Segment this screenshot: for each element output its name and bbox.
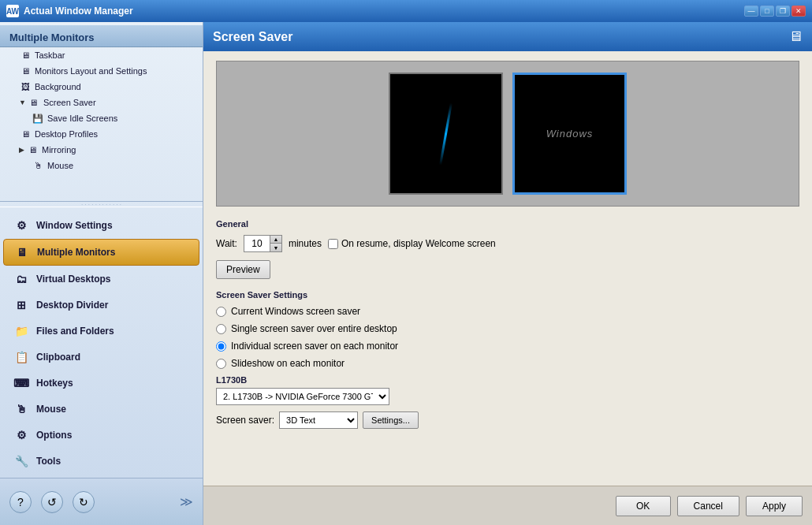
desktop-profiles-label: Desktop Profiles [35,129,98,139]
radio-individual-label: Individual screen saver on each monitor [231,341,398,352]
nav-clipboard[interactable]: 📋 Clipboard [3,344,199,370]
radio-slideshow-label: Slideshow on each monitor [231,358,345,369]
wait-spinner[interactable]: ▲ ▼ [244,235,282,252]
save-idle-icon: 💾 [32,112,44,125]
nav-buttons: ⚙ Window Settings 🖥 Multiple Monitors 🗂 … [0,209,203,478]
windows-screensaver-text: Windows [546,128,594,140]
radio-current-windows[interactable]: Current Windows screen saver [216,306,799,317]
nav-window-settings[interactable]: ⚙ Window Settings [3,213,199,238]
resume-label: On resume, display Welcome screen [341,238,496,249]
mouse-nav-label: Mouse [36,404,66,415]
ss-settings-label: Screen Saver Settings [216,290,799,300]
mouse-tree-icon: 🖱 [32,159,44,172]
window-settings-icon: ⚙ [13,217,30,234]
mouse-tree-label: Mouse [47,161,73,170]
files-folders-nav-label: Files and Folders [36,326,114,337]
nav-multiple-monitors[interactable]: 🖥 Multiple Monitors [3,239,199,266]
radio-slideshow-input[interactable] [216,359,226,369]
title-bar-buttons: — □ ❐ ✕ [744,6,806,17]
help-icon[interactable]: ? [9,491,32,513]
title-bar: AW Actual Window Manager — □ ❐ ✕ [0,0,812,22]
sidebar-item-screen-saver[interactable]: ▼ 🖥 Screen Saver [0,95,203,110]
nav-mouse[interactable]: 🖱 Mouse [3,397,199,422]
resume-checkbox[interactable] [328,239,338,249]
sidebar-top: Multiple Monitors 🖥 Taskbar 🖥 Monitors L… [0,22,203,199]
spinner-down-button[interactable]: ▼ [270,244,281,251]
wait-label: Wait: [216,238,237,249]
monitor-group-label: L1730B [216,375,799,385]
options-icon: ⚙ [13,426,30,444]
monitor1-screen [390,74,501,193]
nav-virtual-desktops[interactable]: 🗂 Virtual Desktops [3,266,199,292]
nav-tools[interactable]: 🔧 Tools [3,449,199,474]
forward-icon[interactable]: ↻ [73,491,95,513]
content-header-icon: 🖥 [788,28,803,45]
nav-desktop-divider[interactable]: ⊞ Desktop Divider [3,292,199,318]
content-area: Screen Saver 🖥 Windows General [203,22,812,525]
multiple-monitors-icon: 🖥 [13,244,31,261]
radio-individual-input[interactable] [216,341,226,352]
ok-button[interactable]: OK [616,496,671,516]
sidebar-item-background[interactable]: 🖼 Background [0,79,203,95]
screen-saver-expand-arrow: ▼ [19,99,26,106]
sidebar-item-monitors-layout[interactable]: 🖥 Monitors Layout and Settings [0,63,203,79]
spinner-up-button[interactable]: ▲ [270,236,281,244]
apply-button[interactable]: Apply [746,496,803,516]
screen-saver-label: Screen Saver [43,98,96,107]
sidebar-item-mouse[interactable]: 🖱 Mouse [0,158,203,173]
screen-saver-dropdown[interactable]: 3D Text Blank Bubbles Mystify Photos Rib… [279,411,358,429]
restore-button[interactable]: ❐ [776,6,790,17]
clipboard-icon: 📋 [13,348,30,366]
monitor-preview-2[interactable]: Windows [512,73,627,195]
virtual-desktops-nav-label: Virtual Desktops [36,274,110,285]
settings-button[interactable]: Settings... [363,411,419,429]
minutes-label: minutes [289,238,322,249]
mirroring-icon: 🖥 [26,143,39,156]
desktop-profiles-icon: 🖥 [19,128,32,140]
close-button[interactable]: ✕ [792,6,806,17]
window-title: Actual Window Manager [24,6,744,17]
taskbar-icon: 🖥 [19,49,32,61]
preview-button[interactable]: Preview [216,260,270,279]
background-label: Background [35,82,81,91]
taskbar-label: Taskbar [35,50,65,60]
monitors-layout-label: Monitors Layout and Settings [35,66,147,76]
sidebar-item-save-idle[interactable]: 💾 Save Idle Screens [0,110,203,126]
radio-individual[interactable]: Individual screen saver on each monitor [216,341,799,352]
nav-files-folders[interactable]: 📁 Files and Folders [3,318,199,344]
sidebar-item-mirroring[interactable]: ▶ 🖥 Mirroring [0,142,203,158]
maximize-button[interactable]: □ [760,6,774,17]
options-nav-label: Options [36,430,72,441]
virtual-desktops-icon: 🗂 [13,270,30,288]
minimize-button[interactable]: — [744,6,758,17]
monitor-dropdown[interactable]: 2. L1730B -> NVIDIA GeForce 7300 GT [216,388,389,405]
sidebar: Multiple Monitors 🖥 Taskbar 🖥 Monitors L… [0,22,203,525]
radio-current-windows-input[interactable] [216,307,226,317]
radio-single-screen-input[interactable] [216,324,226,334]
radio-single-screen[interactable]: Single screen saver over entire desktop [216,323,799,334]
cancel-button[interactable]: Cancel [677,496,739,516]
radio-current-windows-label: Current Windows screen saver [231,306,360,317]
monitor-preview-1[interactable] [389,73,503,195]
files-folders-icon: 📁 [13,322,30,340]
expand-sidebar-icon[interactable]: ≫ [180,494,193,509]
blue-line-animation [439,102,453,165]
sidebar-item-taskbar[interactable]: 🖥 Taskbar [0,47,203,63]
content-header: Screen Saver 🖥 [203,22,812,51]
content-header-title: Screen Saver [213,30,292,44]
general-section-label: General [216,219,799,229]
background-icon: 🖼 [19,80,32,93]
mirroring-label: Mirroring [42,145,76,155]
wait-input[interactable] [244,236,270,251]
nav-hotkeys[interactable]: ⌨ Hotkeys [3,370,199,396]
nav-options[interactable]: ⚙ Options [3,423,199,448]
radio-single-screen-label: Single screen saver over entire desktop [231,323,397,334]
monitor2-screen: Windows [515,75,624,192]
app-icon: AW [6,5,19,17]
tools-nav-label: Tools [36,456,61,467]
hotkeys-nav-label: Hotkeys [36,378,73,389]
back-icon[interactable]: ↺ [41,491,63,513]
screen-saver-select-label: Screen saver: [216,415,274,426]
radio-slideshow[interactable]: Slideshow on each monitor [216,358,799,369]
sidebar-item-desktop-profiles[interactable]: 🖥 Desktop Profiles [0,126,203,142]
